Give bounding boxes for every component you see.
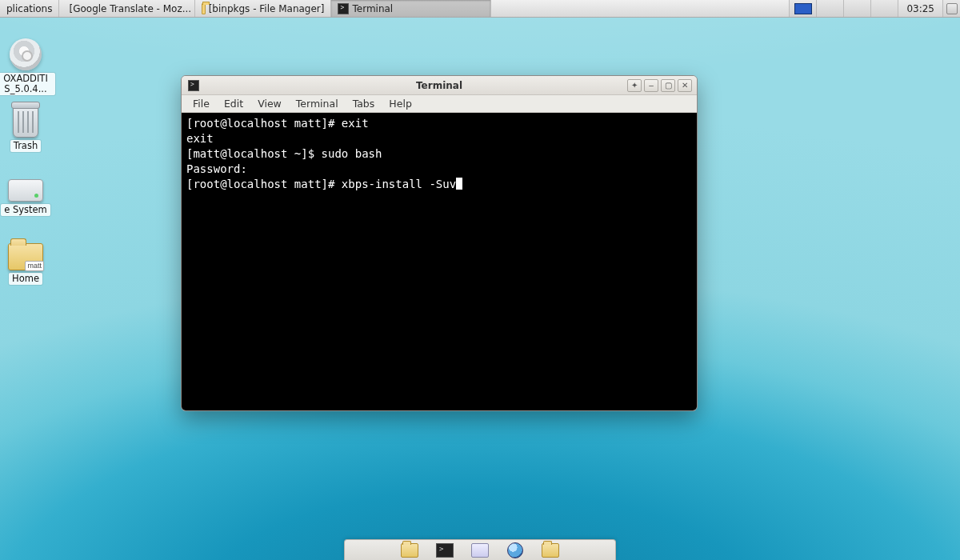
clock-text: 03:25 [906, 3, 934, 14]
dock-launcher-files[interactable] [399, 542, 420, 559]
applications-menu-button[interactable]: plications [0, 0, 59, 17]
terminal-icon [436, 543, 454, 558]
tray-keyboard-indicator[interactable] [942, 0, 960, 17]
top-panel: plications [Google Translate - Moz... [b… [0, 0, 960, 18]
panel-clock[interactable]: 03:25 [898, 0, 942, 17]
window-stick-button[interactable]: ✦ [627, 79, 642, 92]
desktop-icon-label: OXADDITI S_5.0.4... [0, 73, 55, 95]
menu-tabs[interactable]: Tabs [346, 96, 382, 111]
desktop-icon-trash[interactable]: Trash [0, 106, 56, 152]
folder-icon [542, 543, 559, 558]
task-label: [Google Translate - Moz... [69, 3, 191, 14]
terminal-cursor [456, 178, 462, 190]
keyboard-icon [946, 3, 958, 14]
task-button-file-manager[interactable]: [binpkgs - File Manager] [195, 0, 331, 17]
window-title: Terminal [182, 80, 697, 91]
applications-menu-label: plications [6, 3, 52, 14]
folder-icon: matt [8, 243, 43, 270]
window-minimize-button[interactable]: – [644, 79, 658, 92]
workspace-switcher[interactable] [789, 0, 816, 17]
terminal-icon [338, 3, 349, 14]
terminal-line: exit [186, 132, 214, 145]
task-label: [binpkgs - File Manager] [209, 3, 325, 14]
desktop-icon-disc[interactable]: OXADDITI S_5.0.4... [0, 38, 56, 95]
terminal-line: [root@localhost matt]# xbps-install -Suv [186, 178, 456, 190]
desktop-icon-label: e System [1, 204, 50, 216]
desktop-icon-label: Home [9, 273, 42, 285]
window-titlebar[interactable]: Terminal ✦ – ▢ ✕ [182, 76, 697, 95]
window-maximize-button[interactable]: ▢ [661, 79, 675, 92]
dock-launcher-home[interactable] [540, 542, 561, 559]
desktop-icon-home[interactable]: matt Home [0, 240, 56, 285]
terminal-menubar: File Edit View Terminal Tabs Help [182, 95, 697, 113]
terminal-icon [188, 80, 199, 91]
terminal-line: [root@localhost matt]# exit [186, 117, 369, 130]
dock-launcher-terminal[interactable] [434, 542, 455, 559]
window-close-button[interactable]: ✕ [678, 79, 692, 92]
workspace-switcher-4[interactable] [870, 0, 898, 17]
folder-icon [202, 3, 205, 14]
terminal-window[interactable]: Terminal ✦ – ▢ ✕ File Edit View Terminal… [181, 75, 698, 411]
workspace-switcher-2[interactable] [816, 0, 843, 17]
terminal-line: Password: [186, 162, 247, 175]
terminal-output[interactable]: [root@localhost matt]# exit exit [matt@l… [182, 113, 697, 410]
task-button-browser[interactable]: [Google Translate - Moz... [59, 0, 195, 17]
workspace-switcher-3[interactable] [843, 0, 870, 17]
optical-disc-icon [10, 38, 42, 70]
dock-launcher-web[interactable] [505, 542, 526, 559]
task-button-terminal[interactable]: Terminal [331, 0, 491, 17]
dock-launcher-editor[interactable] [470, 542, 490, 559]
menu-help[interactable]: Help [382, 96, 418, 111]
trash-icon [13, 106, 38, 138]
globe-icon [507, 542, 523, 558]
menu-view[interactable]: View [251, 96, 288, 111]
bottom-dock [344, 539, 616, 560]
home-folder-tag: matt [25, 261, 44, 271]
menu-terminal[interactable]: Terminal [290, 96, 345, 111]
menu-edit[interactable]: Edit [218, 96, 250, 111]
window-buttons: ✦ – ▢ ✕ [627, 79, 697, 92]
panel-spacer [491, 0, 789, 17]
app-icon [471, 543, 489, 558]
desktop-icon-label: Trash [10, 140, 41, 152]
drive-icon [8, 179, 43, 202]
folder-icon [401, 543, 418, 558]
task-label: Terminal [352, 3, 393, 14]
desktop-icon-filesystem[interactable]: e System [0, 173, 56, 216]
menu-file[interactable]: File [186, 96, 216, 111]
terminal-line: [matt@localhost ~]$ sudo bash [186, 147, 382, 160]
